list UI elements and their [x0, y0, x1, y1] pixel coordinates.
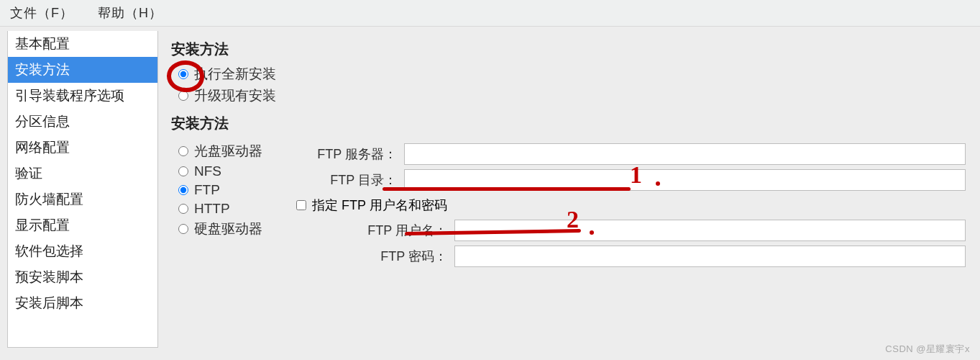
sidebar-item-partition[interactable]: 分区信息	[8, 109, 157, 135]
radio-http-input[interactable]	[178, 204, 188, 214]
radio-harddrive-input[interactable]	[178, 224, 188, 234]
radio-harddrive-label: 硬盘驱动器	[194, 220, 262, 238]
radio-ftp-label: FTP	[194, 182, 220, 198]
radio-ftp-input[interactable]	[178, 185, 188, 195]
ftp-username-label: FTP 用户名：	[296, 222, 454, 239]
ftp-settings: FTP 服务器： FTP 目录： 指定 FTP 用户名和密码 FTP 用户名：	[296, 139, 966, 271]
ftp-password-label: FTP 密码：	[296, 248, 454, 265]
radio-http[interactable]: HTTP	[178, 201, 279, 217]
sidebar-item-display[interactable]: 显示配置	[8, 212, 157, 238]
ftp-specify-credentials-label: 指定 FTP 用户名和密码	[312, 197, 447, 214]
radio-fresh-install-input[interactable]	[178, 69, 188, 79]
sidebar-item-packages[interactable]: 软件包选择	[8, 238, 157, 264]
sidebar-item-firewall[interactable]: 防火墙配置	[8, 186, 157, 212]
ftp-server-label: FTP 服务器：	[296, 145, 404, 163]
main-panel: 安装方法 执行全新安装 升级现有安装 安装方法 光盘驱动器 NFS	[158, 27, 980, 360]
install-method-options: 光盘驱动器 NFS FTP HTTP 硬盘驱动器	[171, 139, 279, 271]
radio-http-label: HTTP	[194, 201, 230, 217]
radio-fresh-install[interactable]: 执行全新安装	[178, 65, 966, 84]
sidebar-item-postinstall[interactable]: 安装后脚本	[8, 290, 157, 316]
radio-nfs-label: NFS	[194, 163, 221, 179]
sidebar-item-preinstall[interactable]: 预安装脚本	[8, 264, 157, 290]
ftp-specify-credentials-checkbox[interactable]	[296, 200, 306, 210]
ftp-server-input[interactable]	[404, 143, 966, 165]
radio-upgrade-install-input[interactable]	[178, 91, 188, 101]
ftp-directory-label: FTP 目录：	[296, 171, 404, 189]
sidebar-item-bootloader[interactable]: 引导装载程序选项	[8, 83, 157, 109]
radio-ftp[interactable]: FTP	[178, 182, 279, 198]
install-type-title: 安装方法	[171, 40, 966, 59]
menu-help[interactable]: 帮助（H）	[98, 6, 162, 20]
ftp-specify-credentials[interactable]: 指定 FTP 用户名和密码	[296, 197, 966, 214]
radio-cdrom-label: 光盘驱动器	[194, 142, 262, 161]
radio-fresh-install-label: 执行全新安装	[194, 65, 276, 84]
ftp-password-input[interactable]	[454, 246, 966, 267]
ftp-directory-input[interactable]	[404, 169, 966, 191]
menu-file[interactable]: 文件（F）	[10, 6, 73, 20]
radio-cdrom-input[interactable]	[178, 146, 188, 156]
sidebar: 基本配置 安装方法 引导装载程序选项 分区信息 网络配置 验证 防火墙配置 显示…	[7, 31, 158, 348]
radio-nfs-input[interactable]	[178, 166, 188, 176]
sidebar-item-network[interactable]: 网络配置	[8, 135, 157, 161]
sidebar-item-auth[interactable]: 验证	[8, 161, 157, 186]
radio-nfs[interactable]: NFS	[178, 163, 279, 179]
radio-upgrade-install[interactable]: 升级现有安装	[178, 86, 966, 105]
sidebar-item-install-method[interactable]: 安装方法	[8, 57, 157, 83]
ftp-username-input[interactable]	[454, 220, 966, 241]
menubar: 文件（F） 帮助（H）	[0, 0, 980, 27]
radio-upgrade-install-label: 升级现有安装	[194, 86, 276, 105]
sidebar-item-basic[interactable]: 基本配置	[8, 31, 157, 57]
install-method-title: 安装方法	[171, 114, 966, 133]
watermark: CSDN @星耀寰宇x	[885, 343, 970, 356]
radio-harddrive[interactable]: 硬盘驱动器	[178, 220, 279, 238]
radio-cdrom[interactable]: 光盘驱动器	[178, 142, 279, 161]
